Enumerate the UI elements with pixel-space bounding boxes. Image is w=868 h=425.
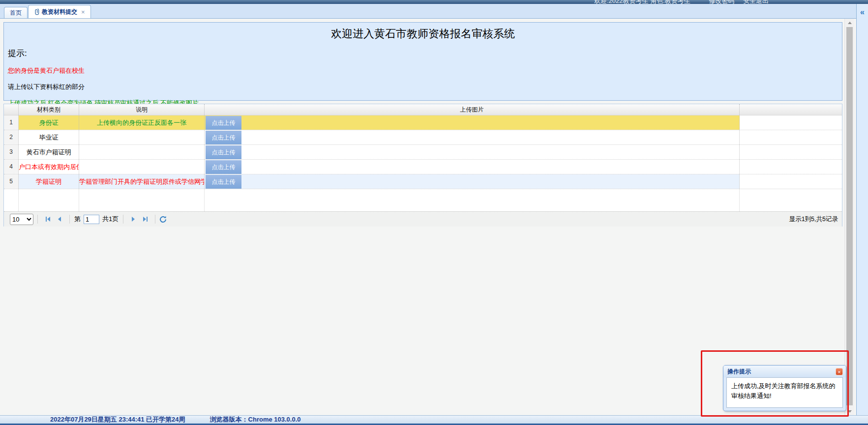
dialog-title: 操作提示 [723,366,846,377]
refresh-icon[interactable] [159,216,167,223]
separator [155,215,155,224]
tab-bar: 首页 教资材料提交 × [0,4,856,19]
pagination-bar: 10 第 共1页 显示1到5,共5记录 [4,211,842,227]
row-description: 上传横向的身份证正反面各一张 [79,115,205,130]
header-row-number [4,104,19,115]
tab-materials-label: 教资材料提交 [42,8,77,16]
arrow-up-icon [848,22,852,24]
row-upload-cell: 点击上传 [205,174,740,189]
upload-button[interactable]: 点击上传 [206,160,241,174]
separator [69,215,70,224]
row-number: 3 [4,145,19,159]
first-page-button[interactable] [42,213,54,225]
row-category: 黄石市户籍证明 [19,145,79,159]
row-description [79,160,205,174]
datetime-text: 2022年07月29日星期五 23:44:41 已开学第24周 [50,415,185,424]
page-number-input[interactable] [84,215,99,224]
app-window: 欢迎:2022教资考生 角色:教资考生 修改密码 安全退出 首页 教资材料提交 … [0,0,868,425]
table-row[interactable]: 5 学籍证明 学籍管理部门开具的学籍证明原件或学信网学籍报告 点击上传 [4,174,842,189]
vertical-scrollbar[interactable] [844,19,854,415]
table-row[interactable]: 2 毕业证 点击上传 [4,130,842,145]
grid-header-row: 材料类别 说明 上传图片 [4,104,842,115]
page-size-select[interactable]: 10 [10,214,33,225]
change-password-link[interactable]: 修改密码 [709,0,734,4]
top-header-bar: 欢迎:2022教资考生 角色:教资考生 修改密码 安全退出 [0,0,868,4]
browser-version-text: 浏览器版本：Chrome 103.0.0.0 [210,415,301,424]
last-page-button[interactable] [139,213,151,225]
upload-button[interactable]: 点击上传 [206,175,241,189]
paperclip-icon [34,8,39,15]
dialog-message: 上传成功,及时关注教育部报名系统的审核结果通知! [726,377,843,408]
row-description: 学籍管理部门开具的学籍证明原件或学信网学籍报告 [79,174,205,189]
row-upload-cell: 点击上传 [205,115,740,130]
header-description: 说明 [79,104,205,115]
separator [37,215,38,224]
row-number: 2 [4,130,19,144]
row-upload-cell: 点击上传 [205,130,740,144]
scroll-up-button[interactable] [845,19,854,27]
next-page-button[interactable] [127,213,139,225]
tab-materials-submit[interactable]: 教资材料提交 × [28,5,91,18]
row-category: 学籍证明 [19,174,79,189]
upload-button[interactable]: 点击上传 [206,116,241,130]
logout-link[interactable]: 安全退出 [743,0,769,4]
scrollbar-thumb[interactable] [846,27,853,405]
notice-panel: 欢迎进入黄石市教师资格报名审核系统 提示: 您的身份是黄石户籍在校生 请上传以下… [3,22,842,101]
page-prefix-label: 第 [74,215,81,224]
tab-close-icon[interactable]: × [81,9,85,15]
tab-home[interactable]: 首页 [4,7,28,18]
row-number: 1 [4,115,19,130]
header-category: 材料类别 [19,104,79,115]
upload-button[interactable]: 点击上传 [206,145,241,159]
instruction-line: 请上传以下资料标红的部分 [8,83,842,91]
row-description [79,145,205,159]
user-info-text: 欢迎:2022教资考生 角色:教资考生 [594,0,690,4]
separator [123,215,123,224]
status-bar: 2022年07月29日星期五 23:44:41 已开学第24周 浏览器版本：Ch… [0,415,868,425]
row-number: 5 [4,174,19,189]
upload-button[interactable]: 点击上传 [206,131,241,144]
table-row[interactable]: 3 黄石市户籍证明 点击上传 [4,145,842,160]
row-upload-cell: 点击上传 [205,145,740,159]
collapse-left-icon[interactable]: « [860,8,865,17]
east-panel-strip[interactable]: « [856,4,868,415]
records-summary: 显示1到5,共5记录 [789,215,842,224]
tip-label: 提示: [8,48,842,59]
table-row[interactable]: 1 身份证 上传横向的身份证正反面各一张 点击上传 [4,115,842,130]
arrow-down-icon [848,410,852,413]
operation-tip-dialog: 操作提示 × 上传成功,及时关注教育部报名系统的审核结果通知! [723,365,846,411]
prev-page-button[interactable] [54,213,65,225]
row-description [79,130,205,144]
row-category: 毕业证 [19,130,79,144]
main-content: 欢迎进入黄石市教师资格报名审核系统 提示: 您的身份是黄石户籍在校生 请上传以下… [0,19,856,415]
identity-line: 您的身份是黄石户籍在校生 [8,66,842,75]
tab-home-label: 首页 [10,9,22,17]
materials-datagrid: 材料类别 说明 上传图片 1 身份证 上传横向的身份证正反面各一张 点击上传 2… [3,104,842,227]
page-count-label: 共1页 [102,215,119,224]
page-title: 欢迎进入黄石市教师资格报名审核系统 [4,27,842,41]
row-category: 身份证 [19,115,79,130]
row-upload-cell: 点击上传 [205,160,740,174]
header-upload: 上传图片 [205,104,740,115]
row-category: 户口本或有效期内居住证 [19,160,79,174]
table-row[interactable]: 4 户口本或有效期内居住证 点击上传 [4,160,842,174]
grid-empty-area [4,189,842,211]
dialog-close-icon[interactable]: × [836,368,843,375]
row-number: 4 [4,160,19,174]
